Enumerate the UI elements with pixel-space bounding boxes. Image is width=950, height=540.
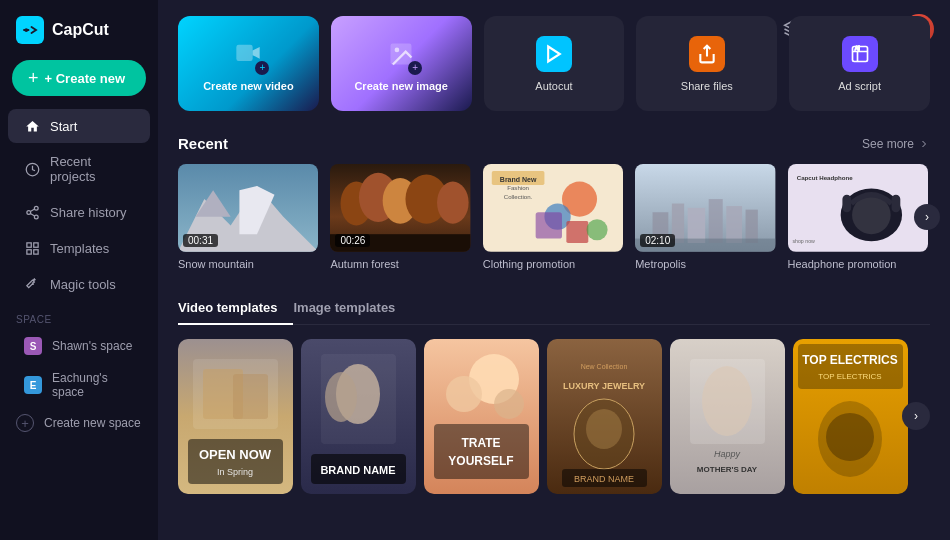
sidebar-start-label: Start	[50, 119, 77, 134]
clothing-thumbnail: Brand New Fashion Collection.	[483, 164, 623, 252]
svg-text:shop now: shop now	[792, 238, 815, 244]
template-item-brand-name[interactable]: BRAND NAME	[301, 339, 416, 494]
eachung-space-label: Eachung's space	[52, 371, 134, 399]
snow-thumbnail: 00:31	[178, 164, 318, 252]
metropolis-label: Metropolis	[635, 258, 775, 270]
sidebar-item-share[interactable]: Share history	[8, 195, 150, 229]
svg-rect-50	[746, 210, 758, 243]
recent-wrapper: 00:31 Snow mountain	[178, 164, 930, 270]
create-video-label: Create new video	[203, 80, 293, 92]
video-plus-badge: +	[255, 61, 269, 75]
share-files-card[interactable]: Share files	[636, 16, 777, 111]
create-image-label: Create new image	[354, 80, 448, 92]
autocut-icon	[536, 36, 572, 72]
sidebar-item-start[interactable]: Start	[8, 109, 150, 143]
svg-rect-42	[566, 221, 588, 243]
ad-script-icon: AI	[842, 36, 878, 72]
image-plus-badge: +	[408, 61, 422, 75]
template-tabs: Video templates Image templates	[178, 294, 930, 325]
svg-point-2	[34, 206, 38, 210]
svg-text:Fashion: Fashion	[507, 184, 529, 191]
autumn-thumbnail: 00:26	[330, 164, 470, 252]
recent-item-headphone[interactable]: Capcut Headphone shop now Headphone prom…	[788, 164, 928, 270]
template-item-luxury[interactable]: New Collection LUXURY JEWELRY BRAND NAME	[547, 339, 662, 494]
svg-line-5	[30, 213, 34, 215]
svg-rect-65	[233, 374, 268, 419]
see-more-link[interactable]: See more	[862, 137, 930, 151]
sidebar-item-magic[interactable]: Magic tools	[8, 267, 150, 301]
recent-item-autumn[interactable]: 00:26 Autumn forest	[330, 164, 470, 270]
create-new-label: + Create new	[45, 71, 126, 86]
sidebar: CapCut + + Create new Start Recent proje…	[0, 0, 158, 540]
recent-item-snow[interactable]: 00:31 Snow mountain	[178, 164, 318, 270]
svg-point-74	[446, 376, 482, 412]
template-item-treat[interactable]: TRATE YOURSELF	[424, 339, 539, 494]
shawns-space-item[interactable]: S Shawn's space	[8, 330, 150, 362]
autumn-label: Autumn forest	[330, 258, 470, 270]
grid-icon	[24, 240, 40, 256]
svg-text:OPEN NOW: OPEN NOW	[199, 447, 272, 462]
svg-text:New Collection: New Collection	[581, 363, 628, 370]
snow-label: Snow mountain	[178, 258, 318, 270]
svg-text:BRAND NAME: BRAND NAME	[574, 474, 634, 484]
template-item-electrics[interactable]: TOP ELECTRICS TOP ELECTRICS	[793, 339, 908, 494]
svg-point-18	[395, 47, 400, 52]
svg-rect-56	[842, 195, 851, 213]
svg-rect-76	[434, 424, 529, 479]
tab-video-templates[interactable]: Video templates	[178, 294, 293, 325]
logo: CapCut	[0, 0, 158, 56]
svg-rect-41	[535, 212, 561, 238]
template-item-open-now[interactable]: OPEN NOW In Spring	[178, 339, 293, 494]
svg-marker-19	[548, 46, 560, 61]
svg-point-83	[586, 409, 622, 449]
capcut-logo-icon	[16, 16, 44, 44]
svg-text:Happy: Happy	[714, 449, 741, 459]
sidebar-recent-label: Recent projects	[50, 154, 134, 184]
ad-script-card[interactable]: AI Ad script	[789, 16, 930, 111]
shawn-space-label: Shawn's space	[52, 339, 132, 353]
sidebar-item-templates[interactable]: Templates	[8, 231, 150, 265]
template-grid: OPEN NOW In Spring BRAND NAME	[178, 339, 930, 494]
add-space-icon: +	[16, 414, 34, 432]
recent-title: Recent	[178, 135, 228, 152]
plus-icon: +	[28, 69, 39, 87]
create-new-button[interactable]: + + Create new	[12, 60, 146, 96]
home-icon	[24, 118, 40, 134]
svg-rect-57	[891, 195, 900, 213]
ad-script-label: Ad script	[838, 80, 881, 92]
create-new-video-card[interactable]: + Create new video	[178, 16, 319, 111]
autocut-label: Autocut	[535, 80, 572, 92]
svg-text:TRATE: TRATE	[461, 436, 500, 450]
svg-rect-8	[33, 242, 37, 246]
svg-point-69	[325, 372, 357, 422]
svg-rect-47	[688, 208, 706, 243]
eachungs-space-item[interactable]: E Eachung's space	[8, 364, 150, 406]
sidebar-magic-label: Magic tools	[50, 277, 116, 292]
recent-next-arrow[interactable]: ›	[914, 204, 940, 230]
clock-icon	[24, 161, 40, 177]
recent-item-metropolis[interactable]: 02:10 Metropolis	[635, 164, 775, 270]
autumn-duration: 00:26	[335, 234, 370, 247]
video-templates-label: Video templates	[178, 300, 277, 315]
create-new-image-card[interactable]: + Create new image	[331, 16, 472, 111]
svg-text:YOURSELF: YOURSELF	[448, 454, 513, 468]
svg-text:In Spring: In Spring	[217, 467, 253, 477]
svg-text:AI: AI	[855, 44, 860, 50]
tab-image-templates[interactable]: Image templates	[293, 294, 411, 325]
headphone-thumbnail: Capcut Headphone shop now	[788, 164, 928, 252]
autocut-card[interactable]: Autocut	[484, 16, 625, 111]
wand-icon	[24, 276, 40, 292]
template-item-mothers-day[interactable]: Happy MOTHER'S DAY	[670, 339, 785, 494]
headphone-label: Headphone promotion	[788, 258, 928, 270]
svg-rect-49	[726, 206, 742, 243]
template-next-arrow[interactable]: ›	[902, 402, 930, 430]
see-more-label: See more	[862, 137, 914, 151]
recent-item-clothing[interactable]: Brand New Fashion Collection. Clothing p…	[483, 164, 623, 270]
svg-text:TOP ELECTRICS: TOP ELECTRICS	[818, 372, 881, 381]
share-icon	[24, 204, 40, 220]
sidebar-item-recent[interactable]: Recent projects	[8, 145, 150, 193]
sidebar-templates-label: Templates	[50, 241, 109, 256]
shawn-avatar: S	[24, 337, 42, 355]
svg-point-4	[34, 215, 38, 219]
create-new-space-item[interactable]: + Create new space	[0, 407, 158, 439]
